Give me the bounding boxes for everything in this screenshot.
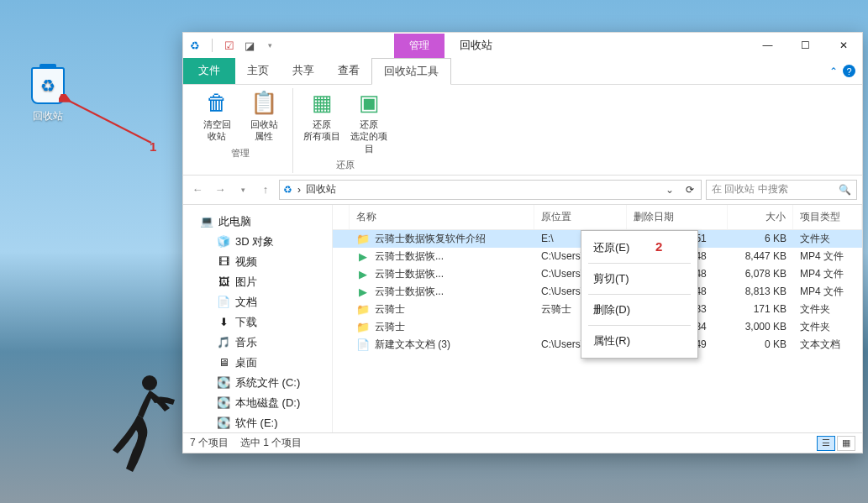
ribbon-collapse-icon[interactable]: ⌃ [829,65,838,77]
file-size: 6,078 KB [728,268,793,280]
nav-item[interactable]: 🖼图片 [183,272,332,292]
column-name[interactable]: 名称 [350,205,534,229]
qat-select-icon[interactable]: ◪ [243,39,256,52]
nav-item[interactable]: ⬇下载 [183,312,332,333]
nav-item-icon: 📄 [217,296,230,309]
nav-item-label: 视频 [235,254,257,270]
address-dropdown-icon[interactable]: ⌄ [662,184,677,196]
view-switcher: ☰ ▦ [817,436,855,451]
qat-dropdown-icon[interactable]: ▾ [263,39,276,52]
file-icon: ▶ [356,285,370,298]
nav-item[interactable]: 🎞视频 [183,252,332,272]
help-icon[interactable]: ? [843,65,855,77]
nav-item[interactable]: 🖥桌面 [183,353,332,373]
tab-view[interactable]: 查看 [326,58,371,84]
nav-history-dropdown[interactable]: ▾ [234,181,252,199]
qat-recycle-icon[interactable]: ♻ [188,39,202,52]
address-input[interactable]: ♻ › 回收站 ⌄ ⟳ [279,180,702,200]
nav-item[interactable]: 💽软件 (E:) [183,413,332,432]
nav-item-label: 下载 [235,315,257,330]
nav-item-icon: ⬇ [217,316,230,329]
nav-item[interactable]: 📄文档 [183,292,332,312]
manage-tab[interactable]: 管理 [394,34,445,58]
nav-item-icon: 🧊 [217,235,230,249]
refresh-button[interactable]: ⟳ [682,184,697,196]
view-icons-button[interactable]: ▦ [837,436,855,451]
search-icon[interactable]: 🔍 [839,184,851,196]
nav-item-label: 本地磁盘 (D:) [235,396,300,411]
tab-share[interactable]: 共享 [281,58,326,84]
search-input[interactable]: 在 回收站 中搜索 🔍 [706,180,857,200]
status-bar: 7 个项目 选中 1 个项目 ☰ ▦ [183,432,862,453]
view-details-button[interactable]: ☰ [817,436,835,451]
ribbon-group-label: 还原 [336,159,355,173]
file-name: 云骑士 [375,302,405,317]
recycle-bin-icon: ♻ [283,184,292,196]
annotation-arrow-1 [59,94,160,153]
ctx-properties[interactable]: 属性(R) [581,327,697,354]
file-size: 6 KB [728,233,793,244]
file-icon: ▶ [356,249,370,263]
file-name: 新建文本文档 (3) [375,338,450,352]
file-icon: 📄 [356,338,370,351]
ribbon-group-label: 管理 [231,147,250,161]
nav-item-icon: 💽 [217,376,230,390]
recycle-bin-properties-button[interactable]: 📋 回收站 属性 [242,88,286,144]
titlebar: ♻ ☑ ◪ ▾ 管理 回收站 — ☐ ✕ [183,33,862,58]
nav-up-button[interactable]: ↑ [256,181,275,199]
nav-item-label: 桌面 [235,355,257,370]
column-type[interactable]: 项目类型 [793,205,862,229]
nav-item-label: 3D 对象 [235,234,274,249]
ribbon-label: 清空回 收站 [203,118,231,143]
nav-item[interactable]: 💽系统文件 (C:) [183,373,332,393]
nav-item-icon: 🖼 [217,275,230,289]
separator [212,39,213,52]
nav-forward-button[interactable]: → [211,181,229,199]
tab-home[interactable]: 主页 [235,58,281,84]
file-name: 云骑士数据恢... [375,249,444,264]
column-delete-date[interactable]: 删除日期 [627,205,728,229]
nav-item-label: 音乐 [235,335,257,350]
close-button[interactable]: ✕ [824,33,862,58]
file-type: MP4 文件 [793,285,862,299]
separator [588,294,691,295]
qat-properties-icon[interactable]: ☑ [223,39,236,52]
empty-recycle-bin-button[interactable]: 🗑 清空回 收站 [195,88,239,144]
maximize-button[interactable]: ☐ [786,33,824,58]
ctx-cut[interactable]: 剪切(T) [581,265,697,292]
column-size[interactable]: 大小 [728,205,793,229]
ctx-restore[interactable]: 还原(E) [581,234,697,261]
search-placeholder: 在 回收站 中搜索 [712,182,788,196]
separator [588,325,691,326]
tab-recycle-tools[interactable]: 回收站工具 [371,58,451,85]
file-name: 云骑士数据恢... [375,285,444,299]
tab-file[interactable]: 文件 [183,58,235,84]
column-original-location[interactable]: 原位置 [534,205,627,229]
nav-item-icon: 🖥 [217,356,230,369]
empty-bin-icon: 🗑 [203,90,230,117]
restore-all-icon: ▦ [308,90,335,117]
file-type: MP4 文件 [793,267,862,281]
address-bar: ← → ▾ ↑ ♻ › 回收站 ⌄ ⟳ 在 回收站 中搜索 🔍 [183,176,862,205]
nav-this-pc[interactable]: 💻 此电脑 [183,212,332,232]
this-pc-icon: 💻 [200,215,213,228]
minimize-button[interactable]: — [749,33,786,58]
separator [588,263,691,264]
restore-selected-button[interactable]: ▣ 还原 选定的项目 [347,88,391,156]
file-size: 3,000 KB [728,321,793,333]
item-count: 7 个项目 [190,436,229,450]
file-type: 文件夹 [793,320,862,334]
ribbon-group-restore: ▦ 还原 所有项目 ▣ 还原 选定的项目 还原 [293,88,397,173]
nav-item[interactable]: 🎵音乐 [183,333,332,353]
ribbon-collapse: ⌃ ? [829,58,862,84]
nav-back-button[interactable]: ← [188,181,207,199]
explorer-window: ♻ ☑ ◪ ▾ 管理 回收站 — ☐ ✕ 文件 主页 共享 查看 回收站工具 ⌃… [182,32,863,453]
nav-item-label: 文档 [235,295,257,310]
nav-item[interactable]: 💽本地磁盘 (D:) [183,393,332,413]
selected-count: 选中 1 个项目 [240,436,302,450]
ctx-delete[interactable]: 删除(D) [581,296,697,323]
file-type: 文件夹 [793,232,862,246]
nav-item[interactable]: 🧊3D 对象 [183,232,332,252]
restore-all-button[interactable]: ▦ 还原 所有项目 [300,88,344,156]
breadcrumb-location[interactable]: 回收站 [306,182,336,196]
